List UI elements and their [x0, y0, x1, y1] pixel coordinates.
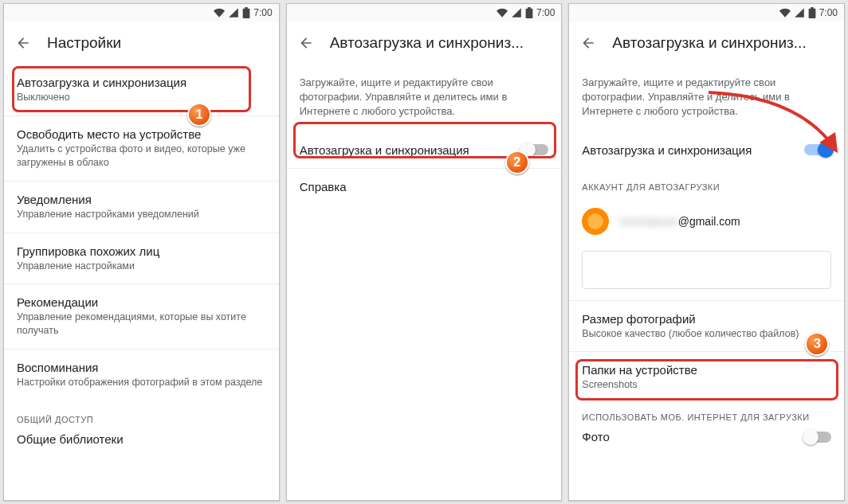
row-photo-cellular[interactable]: Фото [569, 427, 844, 455]
screen-backup-off: 7:00 Автозагрузка и синхрониз... Загружа… [286, 3, 563, 501]
account-avatar [582, 208, 609, 235]
status-bar: 7:00 [569, 4, 844, 21]
battery-icon [808, 7, 816, 18]
row-subtitle: Удалить с устройства фото и видео, котор… [17, 143, 266, 170]
row-title: Группировка похожих лиц [17, 244, 266, 258]
row-subtitle: Управление настройками уведомлений [17, 208, 266, 221]
row-subtitle: Высокое качество (любое количество файло… [582, 327, 831, 341]
app-bar: Настройки [4, 21, 279, 64]
row-memories[interactable]: Воспоминания Настройки отображения фотог… [4, 349, 279, 400]
row-title: Общие библиотеки [17, 432, 266, 446]
page-title: Автозагрузка и синхрониз... [612, 34, 806, 52]
settings-list: Автозагрузка и синхронизация Выключено О… [4, 64, 279, 500]
row-help[interactable]: Справка [287, 168, 562, 205]
photo-cellular-toggle[interactable] [804, 432, 831, 443]
row-subtitle: Управление настройками [17, 260, 266, 273]
battery-icon [525, 7, 533, 18]
clock: 7:00 [536, 7, 555, 18]
row-upload-size[interactable]: Размер фотографий Высокое качество (любо… [569, 300, 844, 352]
clock: 7:00 [253, 7, 272, 18]
row-subtitle: Управление рекомендациями, которые вы хо… [17, 311, 266, 338]
row-backup-toggle[interactable]: Автозагрузка и синхронизация [569, 132, 844, 168]
row-notifications[interactable]: Уведомления Управление настройками уведо… [4, 181, 279, 232]
toggle-label: Автозагрузка и синхронизация [300, 143, 469, 157]
row-backup-toggle[interactable]: Автозагрузка и синхронизация [287, 132, 562, 168]
backup-description: Загружайте, ищите и редактируйте свои фо… [287, 64, 562, 132]
row-face-grouping[interactable]: Группировка похожих лиц Управление настр… [4, 232, 279, 284]
battery-icon [242, 7, 250, 18]
section-mobile-data: ИСПОЛЬЗОВАТЬ МОБ. ИНТЕРНЕТ ДЛЯ ЗАГРУЗКИ [569, 403, 844, 427]
row-shared-libraries[interactable]: Общие библиотеки [4, 429, 279, 457]
status-bar: 7:00 [4, 4, 279, 21]
row-device-folders[interactable]: Папки на устройстве Screenshots [569, 351, 844, 403]
row-title: Освободить место на устройстве [17, 127, 266, 141]
row-free-space[interactable]: Освободить место на устройстве Удалить с… [4, 115, 279, 181]
row-backup-sync[interactable]: Автозагрузка и синхронизация Выключено [4, 64, 279, 115]
row-title: Уведомления [17, 193, 266, 206]
app-bar: Автозагрузка и синхрониз... [287, 21, 562, 64]
backup-toggle[interactable] [804, 144, 831, 155]
section-sharing: ОБЩИЙ ДОСТУП [4, 400, 279, 429]
row-account[interactable]: loremipsum@gmail.com [569, 197, 844, 246]
backup-content: Загружайте, ищите и редактируйте свои фо… [287, 64, 562, 500]
wifi-icon [214, 7, 225, 18]
clock: 7:00 [819, 7, 838, 18]
signal-icon [511, 7, 522, 18]
backup-description: Загружайте, ищите и редактируйте свои фо… [569, 64, 844, 132]
back-button[interactable] [580, 35, 596, 51]
signal-icon [794, 7, 805, 18]
screen-backup-on: 7:00 Автозагрузка и синхрониз... Загружа… [568, 3, 845, 501]
back-button[interactable] [298, 35, 314, 51]
account-info-card[interactable] [582, 251, 831, 289]
row-title: Справка [300, 180, 549, 193]
wifi-icon [779, 7, 791, 18]
arrow-back-icon [298, 35, 314, 51]
back-button[interactable] [15, 35, 31, 51]
row-subtitle: Выключено [17, 91, 266, 104]
backup-toggle[interactable] [521, 144, 548, 155]
screen-settings: 7:00 Настройки Автозагрузка и синхрониза… [3, 3, 280, 501]
row-title: Папки на устройстве [582, 363, 831, 377]
arrow-back-icon [15, 35, 31, 51]
arrow-back-icon [580, 35, 596, 51]
row-suggestions[interactable]: Рекомендации Управление рекомендациями, … [4, 283, 279, 349]
toggle-label: Автозагрузка и синхронизация [582, 143, 752, 157]
page-title: Настройки [47, 34, 121, 52]
backup-content: Загружайте, ищите и редактируйте свои фо… [569, 64, 844, 500]
section-account: АККАУНТ ДЛЯ АВТОЗАГРУЗКИ [569, 168, 844, 197]
page-title: Автозагрузка и синхрониз... [330, 34, 524, 52]
row-title: Воспоминания [17, 361, 266, 374]
signal-icon [228, 7, 239, 18]
app-bar: Автозагрузка и синхрониз... [569, 21, 844, 64]
row-title: Автозагрузка и синхронизация [17, 76, 266, 89]
wifi-icon [497, 7, 508, 18]
toggle-label: Фото [582, 430, 609, 443]
row-title: Рекомендации [17, 295, 266, 309]
row-subtitle: Настройки отображения фотографий в этом … [17, 376, 266, 389]
row-subtitle: Screenshots [582, 378, 831, 392]
row-title: Размер фотографий [582, 312, 831, 326]
account-email: loremipsum@gmail.com [620, 215, 740, 228]
status-bar: 7:00 [287, 4, 562, 21]
